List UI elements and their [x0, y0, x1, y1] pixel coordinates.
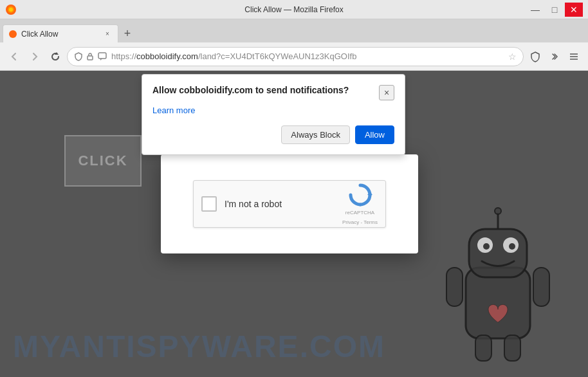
- recaptcha-logo-icon: [348, 183, 372, 207]
- menu-button[interactable]: [565, 48, 583, 66]
- forward-icon: [30, 52, 39, 61]
- svg-point-13: [495, 208, 501, 214]
- window-title: Click Allow — Mozilla Firefox: [244, 5, 343, 14]
- svg-point-3: [9, 30, 17, 38]
- recaptcha-modal: I'm not a robot reCAPTCHA Privacy - Term…: [161, 154, 418, 253]
- robot-svg: [434, 203, 562, 371]
- url-path: /land?c=XU4DtT6kQYWeAUN1z3KqGOIfb: [198, 51, 357, 61]
- back-icon: [10, 52, 19, 61]
- firefox-shield-button[interactable]: [526, 48, 544, 66]
- url-text: https://cobboloidify.com/land?c=XU4DtT6k…: [111, 51, 504, 61]
- svg-rect-5: [87, 56, 93, 60]
- always-block-button[interactable]: Always Block: [281, 125, 350, 144]
- titlebar: Click Allow — Mozilla Firefox — □ ✕: [0, 0, 588, 19]
- svg-rect-20: [475, 335, 492, 361]
- recaptcha-branding: reCAPTCHA Privacy - Terms: [342, 183, 378, 225]
- recaptcha-checkbox[interactable]: [201, 196, 217, 212]
- svg-point-17: [509, 243, 515, 250]
- titlebar-left: [5, 4, 17, 15]
- shield-toolbar-icon: [529, 51, 541, 62]
- new-tab-button[interactable]: +: [118, 24, 136, 42]
- navbar: https://cobboloidify.com/land?c=XU4DtT6k…: [0, 42, 588, 71]
- allow-button[interactable]: Allow: [355, 125, 394, 144]
- popup-title: Allow cobboloidify.com to send notificat…: [152, 85, 379, 95]
- recaptcha-widget[interactable]: I'm not a robot reCAPTCHA Privacy - Term…: [193, 180, 386, 228]
- popup-buttons: Always Block Allow: [152, 125, 394, 144]
- back-button[interactable]: [5, 48, 23, 66]
- svg-point-16: [483, 243, 490, 250]
- popup-close-button[interactable]: ×: [379, 85, 394, 100]
- toolbar-right: [526, 48, 583, 66]
- firefox-logo-icon: [5, 4, 17, 15]
- learn-more-link[interactable]: Learn more: [152, 106, 394, 115]
- chevron-right-double-icon: [550, 52, 559, 61]
- close-window-button[interactable]: ✕: [565, 3, 583, 17]
- lock-icon: [86, 52, 95, 61]
- minimize-button[interactable]: —: [526, 3, 544, 17]
- address-bar-icons: [74, 51, 107, 62]
- robot-character: [434, 203, 562, 371]
- url-scheme: https://: [111, 51, 136, 61]
- forward-button[interactable]: [26, 48, 44, 66]
- tabbar: Click Allow × +: [0, 19, 588, 42]
- svg-rect-18: [446, 268, 463, 306]
- notification-popup: Allow cobboloidify.com to send notificat…: [142, 74, 405, 155]
- click-allow-page-text: CLICK: [78, 152, 127, 169]
- url-domain: cobboloidify.com: [136, 51, 198, 61]
- click-allow-box: CLICK: [64, 135, 142, 187]
- svg-rect-11: [469, 229, 527, 277]
- maximize-button[interactable]: □: [546, 3, 564, 17]
- tab-favicon-icon: [8, 30, 17, 39]
- svg-rect-6: [98, 53, 106, 59]
- watermark-text: MYANTISPYWARE.COM: [13, 329, 385, 364]
- reload-icon: [51, 52, 60, 61]
- address-bar[interactable]: https://cobboloidify.com/land?c=XU4DtT6k…: [67, 47, 524, 66]
- active-tab[interactable]: Click Allow ×: [3, 24, 118, 42]
- svg-rect-21: [504, 335, 520, 361]
- recaptcha-brand-text: reCAPTCHA: [345, 210, 374, 216]
- notification-permission-icon: [97, 51, 107, 62]
- popup-header: Allow cobboloidify.com to send notificat…: [152, 85, 394, 100]
- shield-icon: [74, 52, 83, 61]
- recaptcha-label: I'm not a robot: [225, 199, 342, 209]
- page-background: MYANTISPYWARE.COM CLICK: [0, 71, 588, 377]
- tab-close-button[interactable]: ×: [102, 29, 113, 39]
- tab-title: Click Allow: [21, 30, 58, 39]
- svg-point-2: [9, 8, 13, 12]
- reload-button[interactable]: [46, 48, 64, 66]
- bookmark-star-icon[interactable]: ☆: [508, 51, 517, 62]
- recaptcha-links: Privacy - Terms: [342, 219, 378, 225]
- svg-rect-19: [533, 268, 549, 306]
- window-controls: — □ ✕: [526, 3, 583, 17]
- more-tools-button[interactable]: [546, 48, 564, 66]
- hamburger-menu-icon: [569, 52, 579, 61]
